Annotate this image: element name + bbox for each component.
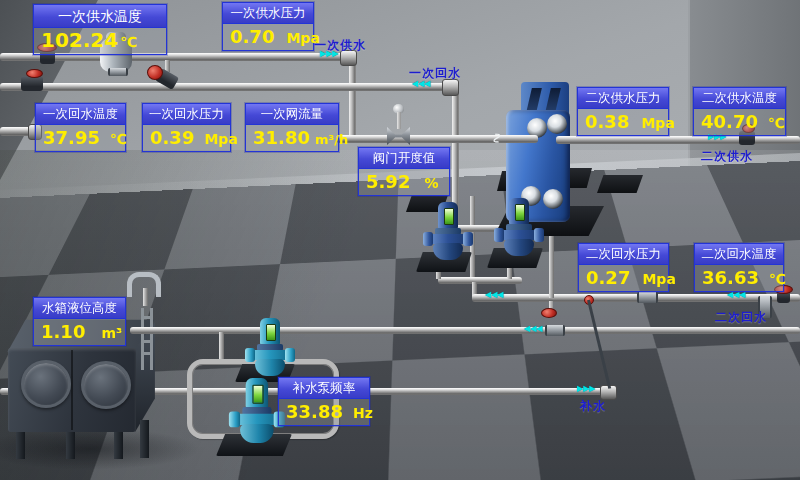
databox-title: 二次回水温度 [695,244,783,265]
pump-status-indicator [252,385,263,404]
pipe-label-primary-return: 一次回水 [409,65,461,82]
databox-title: 一次供水压力 [223,3,313,24]
databox-value-row: 0.70 Mpa [223,24,313,50]
tank-leg [16,429,25,459]
databox-unit: ℃ [768,115,785,131]
pipe-primary-return [0,83,450,91]
databox-value-row: 36.63 ℃ [695,265,783,291]
databox-value: 0.70 [230,26,274,47]
flow-arrow-right-icon: ▶▶▶ [577,384,595,393]
tank-leg [66,429,75,459]
databox-title: 一次供水温度 [34,5,166,28]
databox-unit: Mpa [204,131,237,147]
pipe-tank-outlet [130,327,800,334]
tank-ladder-rung [141,340,153,343]
circulation-pump-2[interactable] [495,198,543,256]
databox-value-row: 31.80 m³/h [246,125,338,151]
databox-value-row: 1.10 m³ [34,319,125,345]
makeup-branch-valve[interactable] [541,308,557,318]
pipe-secondary-return [472,294,800,302]
databox-value: 0.27 [586,267,630,288]
databox-unit: m³/h [315,132,348,147]
tank-floor-shadow [0,428,200,470]
databox-title: 二次供水压力 [578,88,668,109]
databox-tank-level[interactable]: 水箱液位高度 1.10 m³ [33,297,126,346]
pipe-primary-supply-drop [349,57,356,141]
databox-title: 二次供水温度 [694,88,785,109]
databox-value: 37.95 [43,127,100,148]
pump-status-indicator [266,324,276,341]
databox-value-row: 0.38 Mpa [578,109,668,135]
databox-value-row: 33.88 Hz [279,399,369,425]
databox-value: 31.80 [253,127,310,148]
valve-handwheel [26,69,43,78]
databox-value-row: 5.92 % [359,169,449,195]
databox-title: 阀门开度值 [359,148,449,169]
databox-value: 1.10 [41,321,85,342]
flow-arrow-left-icon: ◀◀◀ [485,290,503,299]
pump-volute [240,424,274,443]
valve-handwheel [147,65,163,80]
databox-value: 102.24 [41,30,118,51]
databox-secondary-return-pressure[interactable]: 二次回水压力 0.27 Mpa [578,243,669,292]
makeup-pump-1[interactable] [246,318,294,376]
databox-value-row: 102.24 ℃ [34,28,166,54]
databox-unit: Mpa [642,271,675,287]
databox-secondary-supply-pressure[interactable]: 二次供水压力 0.38 Mpa [577,87,669,136]
pipe-label-primary-supply: 一次供水 [314,37,366,54]
pump-status-indicator [515,204,525,221]
flow-arrow-left-icon: ◀◀◀ [524,324,542,333]
pipe-exchanger-inlet [336,135,538,143]
databox-title: 二次回水压力 [579,244,668,265]
databox-value: 40.70 [701,111,758,132]
databox-primary-supply-pressure[interactable]: 一次供水压力 0.70 Mpa [222,2,314,51]
databox-title: 一次回水温度 [36,104,125,125]
databox-unit: ℃ [110,131,127,147]
databox-value: 0.39 [150,127,194,148]
databox-secondary-return-temp[interactable]: 二次回水温度 36.63 ℃ [694,243,784,292]
databox-valve-opening[interactable]: 阀门开度值 5.92 % [358,147,450,196]
databox-secondary-supply-temp[interactable]: 二次供水温度 40.70 ℃ [693,87,786,136]
makeup-pump-2[interactable] [230,378,284,443]
databox-title: 一次网流量 [246,104,338,125]
databox-unit: % [424,175,438,191]
databox-primary-supply-temp[interactable]: 一次供水温度 102.24 ℃ [33,4,167,55]
databox-primary-return-pressure[interactable]: 一次回水压力 0.39 Mpa [142,103,231,152]
circulation-pump-1[interactable] [424,202,472,260]
pipe-secondary-supply [556,136,800,144]
pipe-break-icon: ∿ [491,131,504,146]
pump-volute [433,243,463,260]
databox-title: 水箱液位高度 [34,298,125,319]
pump-volute [504,239,534,256]
databox-unit: ℃ [120,34,137,50]
databox-value: 5.92 [366,171,410,192]
databox-unit: ℃ [769,271,786,287]
tank-fill-pipe-leg [143,288,148,306]
pipe-label-secondary-return: 二次回水 [715,309,767,326]
databox-primary-network-flow[interactable]: 一次网流量 31.80 m³/h [245,103,339,152]
pipe-coupling [637,292,658,303]
tank-manhole [81,361,131,409]
exchanger-port [547,114,567,134]
separator-fitting [108,68,128,76]
databox-title: 一次回水压力 [143,104,230,125]
databox-value: 33.88 [286,401,343,422]
control-valve-stem [397,112,401,129]
exchanger-port [543,189,563,209]
databox-value-row: 0.27 Mpa [579,265,668,291]
pipe-coupling [545,325,565,336]
databox-value-row: 37.95 ℃ [36,125,125,151]
databox-value: 0.38 [585,111,629,132]
tank-leg [140,420,149,458]
databox-primary-return-temp[interactable]: 一次回水温度 37.95 ℃ [35,103,126,152]
primary-return-valve[interactable] [21,76,43,91]
databox-title: 补水泵频率 [279,378,369,399]
tank-manhole [21,360,71,408]
databox-value: 36.63 [702,267,759,288]
hmi-heat-station-scene: ∿ ▶▶▶ ◀◀◀ ▶▶▶ ◀◀◀ ◀◀◀ ◀◀◀ ▶▶▶ 一次供水 一次回水 … [0,0,800,480]
databox-value-row: 40.70 ℃ [694,109,785,135]
tank-ladder-rung [141,316,153,319]
databox-makeup-pump-frequency[interactable]: 补水泵频率 33.88 Hz [278,377,370,426]
databox-unit: Mpa [286,30,319,46]
pump-status-indicator [444,208,454,225]
